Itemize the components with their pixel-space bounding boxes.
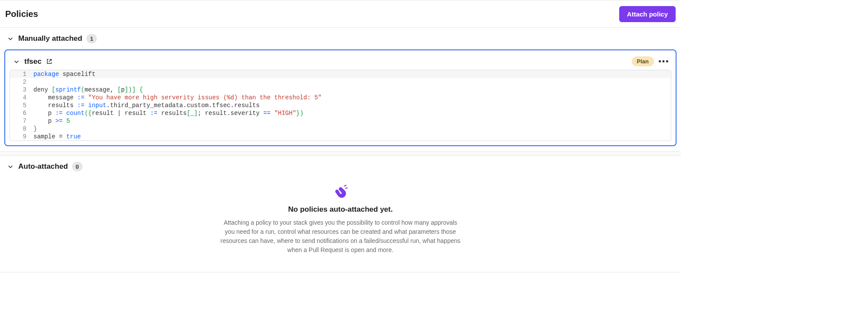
line-number: 5: [10, 102, 33, 109]
plan-badge: Plan: [632, 56, 654, 66]
svg-line-0: [344, 185, 346, 186]
line-number: 1: [10, 70, 33, 78]
line-number: 6: [10, 109, 33, 117]
code-content: sample = true: [33, 133, 81, 141]
code-content: }: [33, 125, 37, 133]
empty-state: No policies auto-attached yet. Attaching…: [0, 177, 681, 272]
line-number: 3: [10, 86, 33, 94]
page-header: Policies Attach policy: [0, 0, 681, 28]
code-content: message := "You have more high serverity…: [33, 94, 322, 102]
code-line: 9sample = true: [10, 133, 671, 141]
code-content: deny [sprintf(message, [p])] {: [33, 86, 143, 94]
code-line: 1package spacelift: [10, 70, 671, 78]
section-divider: [0, 151, 681, 156]
empty-state-title: No policies auto-attached yet.: [288, 205, 393, 214]
auto-section-header[interactable]: Auto-attached 0: [0, 156, 681, 177]
code-line: 8}: [10, 125, 671, 133]
chevron-down-icon: [7, 163, 14, 170]
code-line: 2: [10, 78, 671, 86]
manual-section-title: Manually attached: [18, 34, 82, 43]
line-number: 8: [10, 125, 33, 133]
line-number: 9: [10, 133, 33, 141]
line-number: 4: [10, 94, 33, 102]
svg-line-1: [346, 188, 347, 188]
chevron-down-icon[interactable]: [13, 58, 20, 65]
external-link-icon[interactable]: [46, 58, 53, 65]
auto-section-title: Auto-attached: [18, 162, 68, 171]
policy-name: tfsec: [24, 57, 42, 66]
code-line: 7 p >= 5: [10, 117, 671, 125]
line-number: 2: [10, 78, 33, 86]
manual-count-badge: 1: [86, 34, 96, 43]
page-title: Policies: [5, 9, 38, 19]
attach-policy-button[interactable]: Attach policy: [619, 6, 676, 22]
magnet-icon: [333, 184, 348, 199]
policy-card: tfsec Plan ••• 1package spacelift23deny …: [4, 49, 677, 146]
code-line: 5 results := input.third_party_metadata.…: [10, 102, 671, 109]
chevron-down-icon: [7, 35, 14, 42]
code-content: package spacelift: [33, 70, 96, 78]
code-line: 6 p := count({result | result := results…: [10, 109, 671, 117]
code-content: p >= 5: [33, 117, 70, 125]
code-editor: 1package spacelift23deny [sprintf(messag…: [10, 70, 671, 141]
code-content: p := count({result | result := results[_…: [33, 109, 304, 117]
code-line: 3deny [sprintf(message, [p])] {: [10, 86, 671, 94]
auto-count-badge: 0: [72, 162, 82, 171]
empty-state-description: Attaching a policy to your stack gives y…: [219, 218, 462, 255]
manual-section-header[interactable]: Manually attached 1: [0, 28, 681, 49]
more-menu-button[interactable]: •••: [659, 57, 669, 66]
line-number: 7: [10, 117, 33, 125]
code-content: results := input.third_party_metadata.cu…: [33, 102, 260, 109]
code-line: 4 message := "You have more high serveri…: [10, 94, 671, 102]
policy-card-header: tfsec Plan •••: [10, 55, 671, 70]
